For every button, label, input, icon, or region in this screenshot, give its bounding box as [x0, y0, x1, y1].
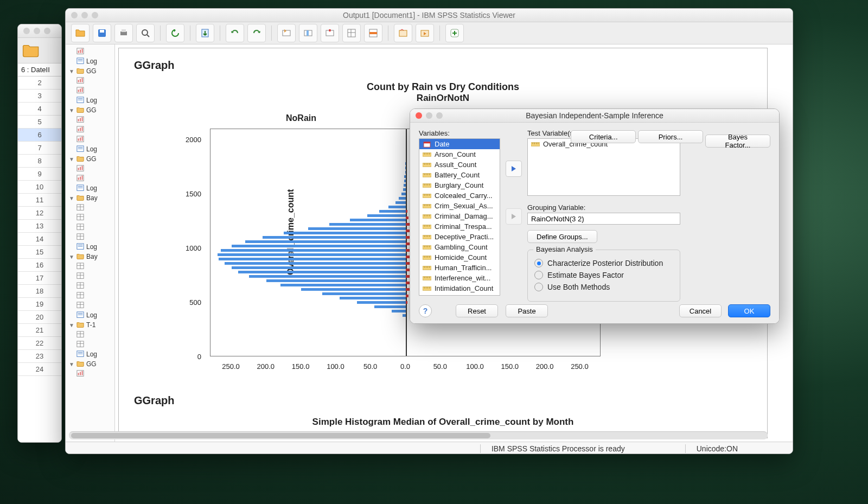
radio-both[interactable]: Use Both Methods — [534, 283, 673, 291]
minimize-icon[interactable] — [81, 12, 88, 18]
outline-item[interactable]: ▼GG — [66, 105, 114, 115]
variable-item[interactable]: Kidnapping_Count — [419, 294, 500, 296]
outline-item[interactable] — [66, 203, 114, 213]
outline-item[interactable] — [66, 330, 114, 340]
viewer-titlebar[interactable]: Output1 [Document1] - IBM SPSS Statistic… — [66, 9, 793, 22]
outline-item[interactable] — [66, 47, 114, 56]
outline-item[interactable] — [66, 271, 114, 281]
row-number[interactable]: 13 — [18, 220, 61, 233]
run-button[interactable] — [416, 24, 434, 42]
row-number[interactable]: 24 — [18, 363, 61, 376]
radio-bayes-factor[interactable]: Estimate Bayes Factor — [534, 271, 673, 279]
move-to-test-button[interactable] — [506, 161, 522, 177]
row-number[interactable]: 6 — [18, 129, 61, 142]
outline-item[interactable]: Log — [66, 144, 114, 154]
paste-button[interactable]: Paste — [506, 304, 548, 317]
outline-item[interactable] — [66, 164, 114, 174]
move-to-grouping-button[interactable] — [506, 208, 522, 225]
row-number[interactable]: 14 — [18, 233, 61, 246]
outline-item[interactable]: ▼Bay — [66, 193, 114, 203]
row-number[interactable]: 20 — [18, 311, 61, 324]
select-cases-button[interactable] — [342, 24, 361, 42]
outline-item[interactable]: Log — [66, 56, 114, 66]
row-number[interactable]: 17 — [18, 272, 61, 285]
variable-item[interactable]: Crim_Sexual_As... — [419, 201, 500, 211]
zoom-icon[interactable] — [44, 28, 50, 34]
row-number[interactable]: 3 — [18, 90, 61, 103]
insert-button[interactable] — [364, 24, 382, 42]
undo-button[interactable] — [226, 24, 244, 42]
outline-item[interactable]: Log — [66, 95, 114, 105]
row-number[interactable]: 2 — [18, 76, 61, 90]
close-icon[interactable] — [23, 28, 30, 34]
define-groups-button[interactable]: Define Groups... — [527, 230, 597, 243]
outline-item[interactable]: ▼GG — [66, 154, 114, 164]
row-number[interactable]: 22 — [18, 337, 61, 350]
variable-item[interactable]: Intimidation_Count — [419, 283, 500, 294]
variable-item[interactable]: Colcealed_Carry... — [419, 190, 500, 201]
variable-item[interactable]: Criminal_Trespa... — [419, 221, 500, 232]
add-button[interactable] — [445, 24, 464, 42]
row-number[interactable]: 21 — [18, 324, 61, 337]
row-number[interactable]: 15 — [18, 246, 61, 259]
outline-item[interactable] — [66, 340, 114, 349]
priors-button[interactable]: Priors... — [638, 130, 703, 143]
row-number[interactable]: 18 — [18, 285, 61, 298]
outline-item[interactable] — [66, 301, 114, 310]
row-number[interactable]: 7 — [18, 142, 61, 155]
criteria-button[interactable]: Criteria... — [571, 130, 636, 143]
zoom-icon[interactable] — [436, 112, 443, 119]
print-button[interactable] — [114, 24, 133, 42]
variable-item[interactable]: Date — [419, 139, 500, 149]
variable-item[interactable]: Interference_wit... — [419, 273, 500, 283]
horizontal-scrollbar[interactable] — [69, 431, 768, 439]
row-number[interactable]: 5 — [18, 116, 61, 129]
outline-item[interactable] — [66, 174, 114, 183]
data-editor-titlebar[interactable] — [18, 24, 61, 38]
outline-item[interactable] — [66, 115, 114, 125]
outline-item[interactable] — [66, 369, 114, 379]
minimize-icon[interactable] — [34, 28, 40, 34]
help-button[interactable]: ? — [419, 304, 432, 317]
variable-item[interactable]: Burglary_Count — [419, 180, 500, 190]
designate-window-button[interactable] — [394, 24, 412, 42]
outline-item[interactable]: Log — [66, 349, 114, 359]
row-number[interactable]: 11 — [18, 194, 61, 207]
row-number-column[interactable]: 23456789101112131415161718192021222324 — [18, 76, 61, 443]
variable-item[interactable]: Homicide_Count — [419, 252, 500, 263]
save-button[interactable] — [93, 24, 111, 42]
print-preview-button[interactable] — [136, 24, 155, 42]
outline-item[interactable]: ▼T-1 — [66, 320, 114, 330]
outline-item[interactable] — [66, 86, 114, 95]
outline-item[interactable] — [66, 232, 114, 242]
row-number[interactable]: 10 — [18, 181, 61, 194]
outline-item[interactable] — [66, 261, 114, 271]
outline-item[interactable] — [66, 213, 114, 222]
outline-item[interactable] — [66, 222, 114, 232]
outline-item[interactable] — [66, 76, 114, 86]
zoom-icon[interactable] — [92, 12, 98, 18]
variable-item[interactable]: Deceptive_Practi... — [419, 232, 500, 242]
row-number[interactable]: 12 — [18, 207, 61, 220]
grouping-variable-input[interactable] — [527, 213, 680, 225]
row-number[interactable]: 9 — [18, 168, 61, 181]
goto-variable-button[interactable] — [299, 24, 317, 42]
outline-pane[interactable]: Log▼GGLog▼GGLog▼GGLog▼BayLog▼BayLog▼T-1L… — [66, 44, 115, 442]
close-icon[interactable] — [71, 12, 78, 18]
outline-item[interactable] — [66, 135, 114, 144]
row-number[interactable]: 16 — [18, 259, 61, 272]
variable-item[interactable]: Criminal_Damag... — [419, 211, 500, 221]
open-file-icon[interactable] — [22, 42, 41, 59]
goto-case-button[interactable] — [277, 24, 296, 42]
outline-item[interactable]: ▼Bay — [66, 252, 114, 261]
outline-item[interactable] — [66, 281, 114, 291]
cancel-button[interactable]: Cancel — [679, 304, 722, 317]
row-number[interactable]: 8 — [18, 155, 61, 168]
variable-item[interactable]: Gambling_Count — [419, 242, 500, 252]
variables-listbox[interactable]: DateArson_CountAssult_CountBattery_Count… — [419, 138, 500, 296]
dialog-titlebar[interactable]: Bayesian Independent-Sample Inference — [410, 109, 779, 123]
outline-item[interactable]: Log — [66, 242, 114, 252]
variable-item[interactable]: Assult_Count — [419, 160, 500, 170]
variable-item[interactable]: Arson_Count — [419, 149, 500, 160]
outline-item[interactable]: Log — [66, 310, 114, 320]
